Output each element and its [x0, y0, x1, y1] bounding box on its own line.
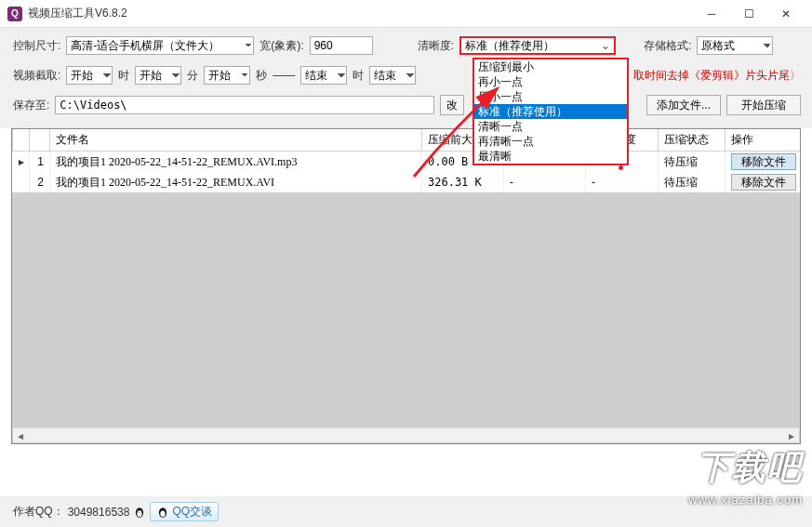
tip-link[interactable]: 取时间去掉《爱剪辑》片头片尾〉: [633, 68, 801, 84]
qq-chat-button[interactable]: QQ交谈: [150, 502, 219, 521]
clarity-dropdown-panel[interactable]: 压缩到最小 再小一点 压小一点 标准（推荐使用） 清晰一点 再清晰一点 最清晰: [473, 58, 629, 165]
clarity-option-0[interactable]: 压缩到最小: [474, 59, 627, 74]
app-icon: Q: [7, 7, 22, 21]
clarity-label: 清晰度:: [418, 38, 454, 54]
cell-after: -: [504, 172, 586, 192]
download-icon: [657, 459, 690, 493]
cut-label: 视频截取:: [13, 68, 60, 84]
minimize-button[interactable]: ─: [693, 1, 730, 27]
unit-hour: 时: [118, 68, 129, 84]
chevron-down-icon: ⌄: [601, 39, 610, 52]
close-button[interactable]: ✕: [767, 1, 805, 27]
unit-min: 分: [187, 68, 198, 84]
table-row[interactable]: ▸ 1 我的项目1 2020-05-22_14-51-22_REMUX.AVI.…: [13, 152, 802, 173]
row-index: 1: [30, 152, 50, 173]
row-size: 控制尺寸: 高清-适合手机横屏（文件大） 宽(象素): 清晰度: 标准（推荐使用…: [13, 35, 801, 56]
row-indicator: [13, 172, 30, 192]
width-input[interactable]: [310, 36, 373, 55]
table-row[interactable]: 2 我的项目1 2020-05-22_14-51-22_REMUX.AVI 32…: [13, 172, 802, 192]
window-title: 视频压缩工具V6.8.2: [28, 6, 693, 21]
table-empty-area: [12, 192, 800, 443]
author-qq: 3049816538: [68, 506, 130, 519]
cell-status: 待压缩: [659, 152, 725, 173]
clarity-option-2[interactable]: 压小一点: [474, 89, 627, 104]
author-label: 作者QQ：: [13, 504, 64, 520]
footer: 作者QQ： 3049816538 QQ交谈: [0, 496, 812, 527]
end-min-select[interactable]: 结束: [369, 66, 416, 85]
clarity-option-6[interactable]: 最清晰: [474, 149, 627, 164]
saveto-input[interactable]: [55, 96, 434, 114]
th-status[interactable]: 压缩状态: [659, 129, 725, 152]
remove-file-button[interactable]: 移除文件: [731, 153, 796, 170]
cell-before: 326.31 K: [422, 172, 504, 192]
maximize-button[interactable]: ☐: [730, 1, 767, 27]
qq-chat-label: QQ交谈: [172, 504, 212, 520]
cell-filename: 我的项目1 2020-05-22_14-51-22_REMUX.AVI: [50, 172, 422, 192]
start-hour-select[interactable]: 开始: [66, 66, 113, 85]
save-format-select[interactable]: 原格式: [697, 36, 773, 55]
clarity-option-5[interactable]: 再清晰一点: [474, 134, 627, 149]
penguin-icon: [133, 506, 146, 519]
th-action[interactable]: 操作: [725, 129, 802, 152]
file-table-container: 文件名 压缩前大小 压缩后大小 压缩进度 压缩状态 操作 ▸ 1 我的项目1 2…: [11, 128, 801, 444]
cell-progress: -: [586, 172, 659, 192]
scroll-right-icon[interactable]: ▸: [784, 429, 799, 442]
clarity-option-4[interactable]: 清晰一点: [474, 119, 627, 134]
cell-action: 移除文件: [725, 152, 802, 173]
svg-point-5: [161, 510, 166, 516]
remove-file-button[interactable]: 移除文件: [731, 174, 796, 191]
clarity-selected: 标准（推荐使用）: [465, 38, 554, 54]
add-file-button[interactable]: 添加文件...: [646, 95, 721, 115]
row-cut: 视频截取: 开始 时 开始 分 开始 秒 —— 结束 时 结束 取时间去掉《爱剪…: [13, 65, 801, 86]
qq-icon: [156, 506, 169, 519]
cell-filename: 我的项目1 2020-05-22_14-51-22_REMUX.AVI.mp3: [50, 152, 422, 173]
titlebar: Q 视频压缩工具V6.8.2 ─ ☐ ✕: [0, 0, 812, 28]
th-indicator[interactable]: [13, 129, 30, 152]
row-index: 2: [30, 172, 50, 192]
clarity-select[interactable]: 标准（推荐使用） ⌄: [459, 36, 616, 55]
watermark-text: 下载吧: [697, 448, 803, 486]
row-indicator: ▸: [13, 152, 30, 173]
saveto-label: 保存至:: [13, 98, 49, 113]
file-table: 文件名 压缩前大小 压缩后大小 压缩进度 压缩状态 操作 ▸ 1 我的项目1 2…: [12, 129, 801, 192]
th-filename[interactable]: 文件名: [50, 129, 422, 152]
row-saveto: 保存至: 改 添加文件... 开始压缩: [13, 95, 801, 115]
svg-point-3: [140, 509, 141, 510]
start-min-select[interactable]: 开始: [135, 66, 181, 85]
unit-hour2: 时: [353, 68, 364, 84]
size-label: 控制尺寸:: [13, 38, 60, 54]
cell-action: 移除文件: [725, 172, 802, 192]
save-format-label: 存储格式:: [644, 38, 691, 54]
change-path-button[interactable]: 改: [440, 95, 464, 115]
start-sec-select[interactable]: 开始: [204, 66, 250, 85]
cell-status: 待压缩: [659, 172, 725, 192]
scroll-left-icon[interactable]: ◂: [13, 429, 28, 442]
width-label: 宽(象素):: [260, 38, 303, 54]
svg-point-2: [139, 509, 140, 510]
toolbar-area: 控制尺寸: 高清-适合手机横屏（文件大） 宽(象素): 清晰度: 标准（推荐使用…: [0, 28, 812, 128]
th-index[interactable]: [30, 129, 50, 152]
size-select[interactable]: 高清-适合手机横屏（文件大）: [66, 36, 254, 55]
start-compress-button[interactable]: 开始压缩: [726, 95, 801, 115]
svg-point-1: [138, 510, 142, 516]
table-header-row: 文件名 压缩前大小 压缩后大小 压缩进度 压缩状态 操作: [13, 129, 802, 152]
unit-sec: 秒: [256, 68, 267, 84]
horizontal-scrollbar[interactable]: ◂ ▸: [13, 428, 799, 442]
end-hour-select[interactable]: 结束: [300, 66, 347, 85]
annotation-dot-icon: [619, 165, 623, 170]
clarity-option-3[interactable]: 标准（推荐使用）: [474, 104, 627, 119]
clarity-option-1[interactable]: 再小一点: [474, 74, 627, 89]
range-separator: ——: [273, 69, 295, 82]
